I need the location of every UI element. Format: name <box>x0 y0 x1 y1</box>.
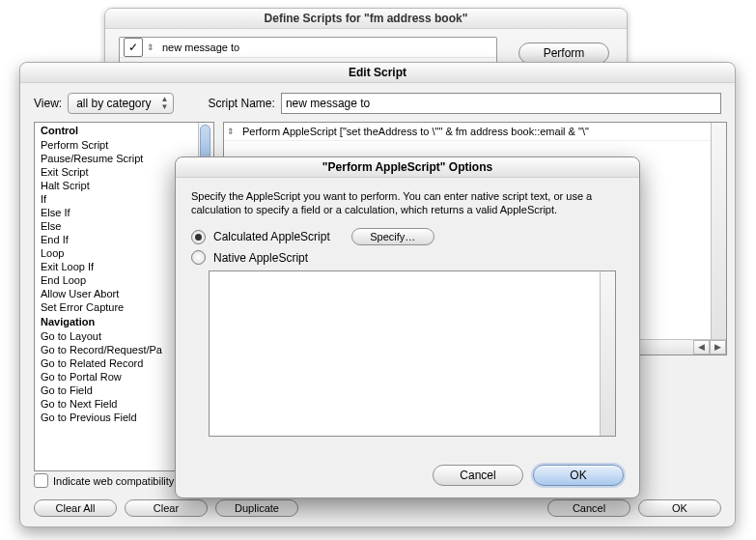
calculated-applescript-label: Calculated AppleScript <box>213 230 330 243</box>
applescript-instructions: Specify the AppleScript you want to perf… <box>191 189 624 216</box>
calculated-applescript-radio[interactable] <box>191 230 206 244</box>
sort-handle-icon[interactable]: ⇕ <box>147 43 156 52</box>
clear-all-button[interactable]: Clear All <box>34 499 117 517</box>
script-include-checkbox[interactable]: ✓ <box>124 38 143 57</box>
script-step-row[interactable]: ⇕ Perform AppleScript ["set theAddress t… <box>224 123 726 141</box>
applescript-cancel-button[interactable]: Cancel <box>433 465 523 486</box>
calc-specify-button[interactable]: Specify… <box>351 228 434 245</box>
applescript-dialog-title: "Perform AppleScript" Options <box>176 157 639 178</box>
applescript-ok-button[interactable]: OK <box>533 465 624 486</box>
h-scroll-left-icon[interactable]: ◀ <box>693 340 710 355</box>
view-popup-value: all by category <box>76 97 151 110</box>
scrollbar[interactable] <box>711 123 726 340</box>
script-name-cell: new message to <box>162 42 239 53</box>
duplicate-button[interactable]: Duplicate <box>215 499 298 517</box>
define-scripts-title: Define Scripts for "fm address book" <box>105 9 627 29</box>
view-popup[interactable]: all by category ▲▼ <box>68 93 173 114</box>
popup-arrows-icon: ▲▼ <box>161 96 169 111</box>
script-name-field[interactable] <box>281 93 721 114</box>
stage: Define Scripts for "fm address book" ✓ ⇕… <box>0 0 756 540</box>
edit-ok-button[interactable]: OK <box>638 499 721 517</box>
indicate-web-compat-checkbox[interactable]: Indicate web compatibility <box>34 473 174 488</box>
native-applescript-label: Native AppleScript <box>213 251 308 265</box>
category-header: Control <box>35 123 199 138</box>
edit-cancel-button[interactable]: Cancel <box>547 499 630 517</box>
perform-button[interactable]: Perform <box>518 43 609 64</box>
view-label: View: <box>34 97 62 110</box>
h-scroll-right-icon[interactable]: ▶ <box>710 340 726 355</box>
scrollbar[interactable] <box>600 271 615 436</box>
perform-applescript-options-dialog: "Perform AppleScript" Options Specify th… <box>175 156 640 498</box>
indicate-web-compat-label: Indicate web compatibility <box>53 475 174 487</box>
native-applescript-radio[interactable] <box>191 250 206 265</box>
script-name-label: Script Name: <box>209 97 275 110</box>
checkbox-box-icon <box>34 473 48 488</box>
edit-script-title: Edit Script <box>20 63 735 83</box>
clear-button[interactable]: Clear <box>125 499 208 517</box>
script-step-item[interactable]: Perform Script <box>35 138 199 152</box>
sort-handle-icon[interactable]: ⇕ <box>224 127 238 136</box>
script-step-text: Perform AppleScript ["set theAddress to … <box>238 126 589 137</box>
native-applescript-textarea[interactable] <box>209 270 616 437</box>
script-list-row[interactable]: ✓ ⇕ new message to <box>120 38 496 58</box>
